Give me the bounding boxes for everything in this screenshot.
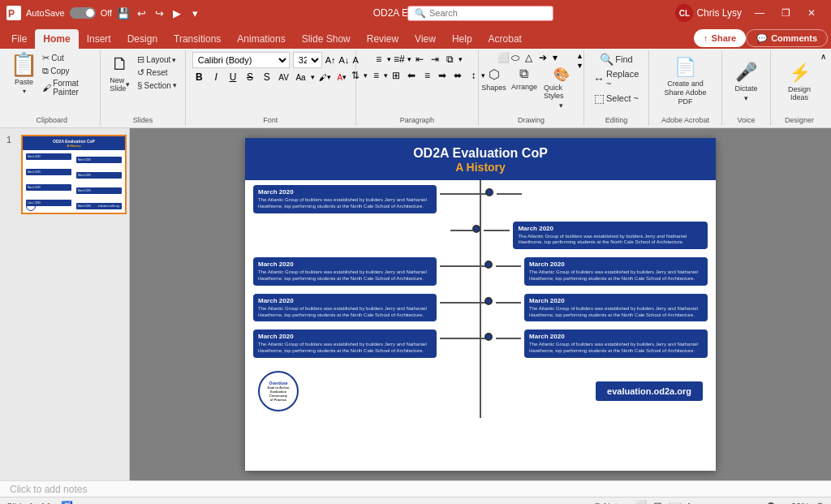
share-button[interactable]: ↑ Share (694, 29, 746, 47)
slide-subtitle: A History (250, 161, 711, 174)
timeline-card-3r: March 2020 The Atlantic Group of builder… (524, 257, 708, 286)
increase-font-button[interactable]: A↑ (325, 53, 336, 67)
shadow-button[interactable]: S (260, 70, 273, 84)
strikethrough-button[interactable]: S (243, 70, 256, 84)
drawing-expand-up[interactable]: ▲ (576, 52, 583, 60)
font-size-select[interactable]: 32 (293, 52, 322, 68)
tab-review[interactable]: Review (359, 29, 407, 49)
smartart-button[interactable]: ⊞ (389, 68, 403, 83)
tab-animations[interactable]: Animations (229, 29, 293, 49)
user-avatar: CL (675, 4, 693, 22)
zoom-in-button[interactable]: + (783, 502, 788, 505)
justify-button[interactable]: ⬌ (450, 68, 465, 83)
format-painter-button[interactable]: 🖌 Format Painter (40, 78, 93, 97)
cut-button[interactable]: ✂ Cut (40, 52, 93, 64)
notes-button[interactable]: 🗒 Notes (593, 502, 627, 505)
notes-area[interactable]: Click to add notes (0, 480, 831, 497)
center-button[interactable]: ≡ (420, 68, 434, 83)
increase-indent-button[interactable]: ⇥ (428, 52, 442, 67)
slide-canvas-area[interactable]: OD2A Evaluation CoP A History March 2020… (130, 128, 831, 480)
tab-slideshow[interactable]: Slide Show (294, 29, 359, 49)
drawing-expand-down[interactable]: ▼ (576, 62, 583, 70)
select-icon: ⬚ (594, 92, 605, 105)
fit-to-window-button[interactable]: ⊕ (816, 500, 825, 504)
tab-home[interactable]: Home (35, 29, 78, 49)
replace-button[interactable]: ↔ Replace ~ (591, 68, 642, 89)
restore-button[interactable]: ❐ (773, 0, 799, 26)
tab-help[interactable]: Help (444, 29, 480, 49)
shapes-button[interactable]: ⬡ Shapes (480, 65, 508, 111)
app-icon: P (6, 6, 21, 20)
align-text-button[interactable]: ≡ (368, 68, 383, 83)
zoom-level: 32% (791, 502, 809, 505)
slide-thumbnail[interactable]: OD2A Evaluation CoP A History March 2020… (21, 135, 127, 214)
decrease-indent-button[interactable]: ⇤ (412, 52, 427, 67)
slide-view-present[interactable]: ▶ (688, 500, 696, 504)
bullets-button[interactable]: ≡ (372, 52, 386, 67)
timeline-card-4r: March 2020 The Atlantic Group of builder… (524, 294, 708, 322)
close-button[interactable]: ✕ (799, 0, 825, 26)
slide-view-normal[interactable]: ⬜ (634, 500, 647, 504)
zoom-out-button[interactable]: — (703, 502, 712, 505)
tab-transitions[interactable]: Transitions (166, 29, 229, 49)
arrange-button[interactable]: ⧉ Arrange (510, 65, 539, 111)
tab-design[interactable]: Design (119, 29, 166, 49)
dictate-button[interactable]: 🎤 Dictate ▾ (731, 60, 760, 104)
present-icon[interactable]: ▶ (170, 6, 183, 19)
shape-item[interactable]: ⬭ (511, 52, 524, 63)
options-icon[interactable]: ▾ (188, 6, 201, 19)
shape-item[interactable]: ⬜ (497, 52, 510, 63)
designer-group-label: Designer (771, 114, 828, 124)
search-input[interactable] (429, 8, 546, 18)
save-icon[interactable]: 💾 (117, 6, 130, 19)
tab-view[interactable]: View (407, 29, 444, 49)
undo-icon[interactable]: ↩ (135, 6, 148, 19)
highlight-button[interactable]: 🖌 ▾ (318, 70, 332, 84)
align-left-button[interactable]: ⬅ (404, 68, 419, 83)
slide-view-reading[interactable]: 📖 (669, 500, 682, 504)
new-slide-button[interactable]: 🗋 New Slide ▾ (106, 52, 133, 94)
underline-button[interactable]: U (226, 70, 240, 84)
char-spacing-button[interactable]: AV (277, 70, 291, 84)
change-case-button[interactable]: Aa (294, 70, 308, 84)
format-painter-icon: 🖌 (42, 83, 51, 93)
reset-button[interactable]: ↺ Reset (135, 67, 179, 79)
footer-url: evaluation.od2a.org (596, 381, 703, 401)
minimize-button[interactable]: — (747, 0, 773, 26)
slide-view-grid[interactable]: ⊞ (653, 500, 662, 504)
copy-icon: ⧉ (42, 66, 49, 76)
find-button[interactable]: 🔍 Find (597, 52, 635, 67)
slide-canvas[interactable]: OD2A Evaluation CoP A History March 2020… (245, 138, 716, 471)
paste-button[interactable]: 📋 Paste ▾ (10, 52, 38, 97)
text-direction-button[interactable]: ⇅ (348, 68, 363, 83)
bold-button[interactable]: B (192, 70, 206, 84)
tab-insert[interactable]: Insert (79, 29, 119, 49)
tab-acrobat[interactable]: Acrobat (480, 29, 530, 49)
layout-button[interactable]: ⊟ Layout ▾ (135, 54, 179, 66)
numbering-button[interactable]: ≡# (392, 52, 407, 67)
font-color-button[interactable]: A ▾ (335, 70, 349, 84)
redo-icon[interactable]: ↪ (153, 6, 166, 19)
select-button[interactable]: ⬚ Select ~ (592, 91, 641, 106)
collapse-ribbon-button[interactable]: ∧ (820, 52, 826, 61)
quick-styles-button[interactable]: 🎨 Quick Styles ▾ (540, 65, 583, 111)
section-button[interactable]: § Section ▾ (135, 80, 179, 91)
comments-button[interactable]: 💬 Comments (746, 29, 828, 47)
font-name-select[interactable]: Calibri (Body) (192, 52, 290, 68)
find-icon: 🔍 (600, 53, 614, 66)
decrease-font-button[interactable]: A↓ (339, 53, 350, 67)
tab-file[interactable]: File (3, 29, 35, 49)
shapes-more-icon[interactable]: ▾ (553, 52, 566, 63)
columns-button[interactable]: ⧉ (443, 52, 458, 67)
design-ideas-button[interactable]: ⚡ Design Ideas (777, 61, 821, 103)
copy-button[interactable]: ⧉ Copy (40, 65, 93, 77)
shape-item[interactable]: △ (525, 52, 538, 63)
create-share-pdf-button[interactable]: 📄 Create and Share Adobe PDF (656, 55, 715, 107)
autosave-toggle[interactable] (70, 7, 96, 19)
shape-item[interactable]: ➔ (539, 52, 552, 63)
search-bar[interactable]: 🔍 (407, 6, 553, 21)
italic-button[interactable]: I (209, 70, 223, 84)
autosave-label: AutoSave (26, 8, 65, 18)
editing-group-label: Editing (584, 114, 648, 124)
align-right-button[interactable]: ➡ (435, 68, 450, 83)
